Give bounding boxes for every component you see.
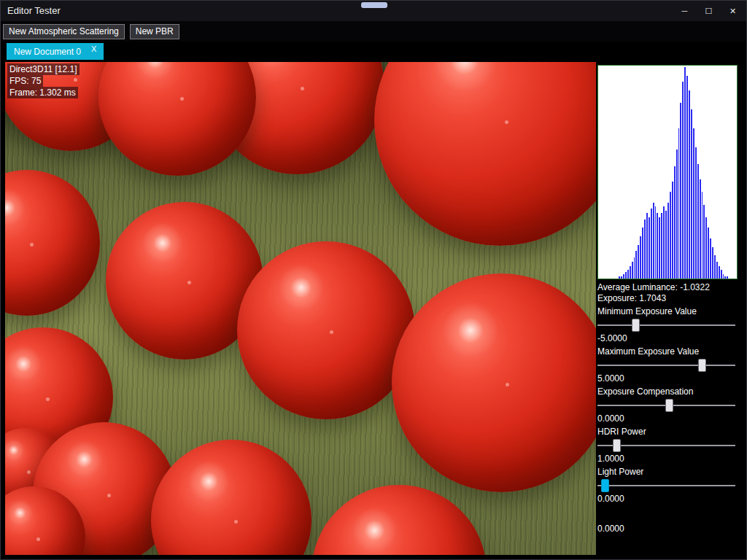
slider-thumb-exposure-compensation[interactable] — [665, 399, 673, 412]
slider-thumb-maximum-exposure-value[interactable] — [698, 359, 706, 372]
histogram-bar — [657, 213, 658, 279]
red-sphere — [98, 62, 256, 176]
slider-list: Minimum Exposure Value-5.0000Maximum Exp… — [597, 306, 738, 505]
slider-track[interactable] — [597, 365, 735, 366]
slider-thumb-hdri-power[interactable] — [613, 439, 621, 452]
stat-line: FPS: 75 — [7, 75, 43, 87]
histogram-bar — [653, 203, 654, 279]
histogram-bar — [670, 192, 671, 279]
histogram-bar — [630, 266, 631, 279]
histogram-bar — [705, 217, 707, 279]
tab-bar: New Document 0 X — [1, 42, 746, 62]
histogram-bar — [719, 266, 720, 279]
histogram-bar — [619, 276, 620, 279]
histogram-bar — [678, 128, 680, 279]
red-sphere — [151, 440, 311, 555]
histogram-bar — [661, 213, 662, 279]
histogram-bar — [627, 270, 629, 279]
histogram-bar — [697, 164, 699, 279]
viewport-3d[interactable]: Direct3D11 [12.1]FPS: 75Frame: 1.302 ms — [5, 62, 596, 555]
slider-hdri-power[interactable] — [597, 438, 738, 454]
histogram-bar — [665, 211, 667, 279]
histogram-bar — [623, 274, 624, 279]
histogram-bar — [649, 217, 650, 279]
histogram-bar — [723, 274, 724, 279]
exposure-text: Exposure: 1.7043 — [597, 293, 738, 304]
slider-light-power[interactable] — [597, 478, 738, 494]
slider-track[interactable] — [597, 324, 735, 326]
stat-line: Frame: 1.302 ms — [7, 87, 78, 98]
slider-label-minimum-exposure-value: Minimum Exposure Value — [597, 306, 738, 317]
new-pbr-button[interactable]: New PBR — [130, 24, 179, 39]
window-title: Editor Tester — [7, 1, 61, 21]
slider-value-hdri-power: 1.0000 — [597, 454, 738, 464]
red-sphere — [374, 62, 596, 246]
histogram-bar — [721, 270, 722, 279]
slider-value-minimum-exposure-value: -5.0000 — [597, 333, 738, 344]
slider-group-maximum-exposure-value: Maximum Exposure Value5.0000 — [597, 346, 738, 384]
slider-group-minimum-exposure-value: Minimum Exposure Value-5.0000 — [597, 306, 738, 344]
histogram-bar — [640, 236, 641, 279]
histogram-bar — [682, 82, 684, 279]
slider-thumb-minimum-exposure-value[interactable] — [632, 319, 640, 332]
slider-maximum-exposure-value[interactable] — [597, 357, 738, 373]
slider-group-exposure-compensation: Exposure Compensation0.0000 — [597, 386, 738, 424]
slider-group-hdri-power: HDRI Power1.0000 — [597, 427, 738, 464]
histogram-bar — [691, 109, 692, 279]
histogram-bar — [674, 166, 676, 279]
luminance-histogram — [597, 65, 738, 279]
red-sphere — [5, 170, 100, 316]
stat-line: Direct3D11 [12.1] — [7, 63, 80, 75]
histogram-bar — [625, 272, 627, 279]
histogram-bar — [655, 206, 657, 279]
minimize-button[interactable]: ─ — [673, 1, 697, 21]
histogram-bar — [714, 255, 716, 279]
histogram-bar — [703, 205, 705, 279]
slider-track[interactable] — [597, 485, 735, 486]
window-controls: ─ ☐ ✕ — [673, 1, 745, 21]
histogram-bar — [672, 182, 673, 279]
slider-value-exposure-compensation: 0.0000 — [597, 413, 738, 424]
slider-label-maximum-exposure-value: Maximum Exposure Value — [597, 346, 738, 357]
histogram-bar — [700, 179, 701, 279]
histogram-bar — [642, 228, 643, 279]
slider-label-exposure-compensation: Exposure Compensation — [597, 386, 738, 397]
slider-value-light-power: 0.0000 — [597, 494, 738, 505]
histogram-bar — [646, 213, 648, 279]
average-luminance-text: Average Luminance: -1.0322 — [597, 282, 738, 293]
histogram-bar — [716, 262, 718, 279]
trailing-value: 0.0000 — [597, 524, 738, 534]
tab-label: New Document 0 — [14, 47, 81, 57]
slider-label-light-power: Light Power — [597, 467, 738, 478]
slider-minimum-exposure-value[interactable] — [597, 317, 738, 333]
histogram-bar — [663, 206, 665, 279]
tab-close-icon[interactable]: X — [91, 45, 96, 53]
histogram-bar — [680, 103, 681, 279]
toolbar: New Atmospheric Scattering New PBR — [1, 21, 746, 42]
tab-new-document-0[interactable]: New Document 0 X — [7, 43, 104, 60]
histogram-bar — [676, 149, 678, 279]
slider-value-maximum-exposure-value: 5.0000 — [597, 373, 738, 384]
dock-drag-pill[interactable] — [361, 2, 387, 8]
histogram-bar — [693, 128, 694, 279]
slider-thumb-light-power[interactable] — [601, 479, 609, 492]
histogram-bar — [702, 192, 703, 279]
histogram-bar — [635, 251, 637, 279]
histogram-bar — [621, 276, 622, 279]
new-atmospheric-scattering-button[interactable]: New Atmospheric Scattering — [3, 24, 125, 39]
histogram-bar — [686, 76, 688, 279]
slider-exposure-compensation[interactable] — [597, 397, 738, 413]
title-bar: Editor Tester ─ ☐ ✕ — [1, 1, 746, 21]
render-stats: Direct3D11 [12.1]FPS: 75Frame: 1.302 ms — [7, 63, 80, 98]
slider-group-light-power: Light Power0.0000 — [597, 467, 738, 505]
exposure-panel: Average Luminance: -1.0322 Exposure: 1.7… — [597, 62, 738, 559]
histogram-bar — [667, 203, 669, 279]
histogram-bar — [638, 245, 639, 279]
histogram-bar — [644, 219, 646, 279]
histogram-bar — [651, 209, 652, 279]
maximize-button[interactable]: ☐ — [697, 1, 721, 21]
close-button[interactable]: ✕ — [721, 1, 745, 21]
histogram-bar — [634, 257, 635, 279]
app-window: Editor Tester ─ ☐ ✕ New Atmospheric Scat… — [0, 0, 747, 560]
red-sphere — [392, 273, 596, 492]
